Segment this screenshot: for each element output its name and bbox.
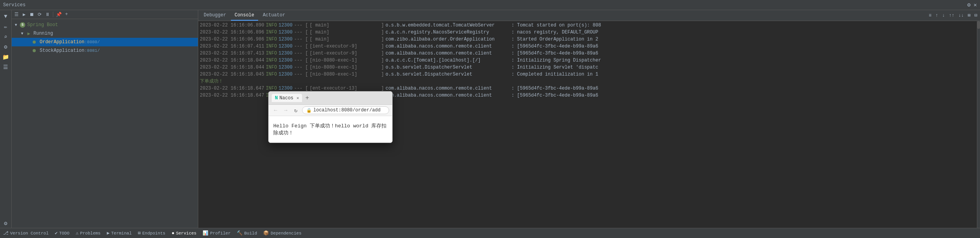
nav-forward-button[interactable]: → — [282, 107, 290, 113]
log-class: com.alibaba.nacos.common.remote.client — [386, 92, 510, 99]
new-tab-button[interactable]: + — [305, 95, 309, 102]
profiler-icon: 📊 — [203, 230, 208, 236]
services-label: Services — [176, 231, 197, 236]
lock-icon: 🔒 — [306, 108, 312, 113]
status-item-terminal[interactable]: ▶ Terminal — [107, 230, 132, 236]
log-timestamp: 2023-02-22 16:16:06.890 — [200, 22, 264, 29]
toolbar-icon-stop[interactable]: ⏹ — [29, 11, 35, 18]
rail-icon-6[interactable]: ☰ — [1, 62, 10, 72]
log-line: 2023-02-22 16:16:07.411 INFO 12300 --- [… — [200, 43, 975, 50]
log-msg: : nacos registry, DEFAULT_GROUP — [512, 29, 598, 36]
browser-popup: N Nacos ✕ + ← → ↻ 🔒 localhost:8080/order… — [268, 91, 393, 143]
status-item-services[interactable]: ● Services — [171, 231, 196, 236]
console-scrollbar[interactable] — [977, 21, 980, 228]
log-line: 2023-02-22 16:16:06.896 INFO 12300 --- [… — [200, 29, 975, 36]
browser-favicon: N — [275, 95, 278, 101]
log-msg: : Completed initialization in 1 — [512, 71, 598, 78]
tab-icon-bottom[interactable]: ↓↓ — [957, 12, 965, 19]
rail-icon-5[interactable]: 📁 — [1, 52, 10, 62]
toolbar-icon-pause[interactable]: ⏸ — [44, 11, 51, 18]
log-timestamp: 2023-02-22 16:16:06.986 — [200, 36, 264, 43]
log-class: c.a.c.n.registry.NacosServiceRegistry — [386, 29, 510, 36]
settings-icon[interactable]: ⚙ — [967, 2, 970, 8]
log-line: 2023-02-22 16:16:06.890 INFO 12300 --- [… — [200, 22, 975, 29]
status-item-endpoints[interactable]: ⊞ Endpoints — [138, 230, 166, 236]
log-sep: --- [ — [294, 22, 308, 29]
title-bar: Services ⚙ ✕ — [0, 0, 980, 10]
rail-icon-4[interactable]: ⚙ — [1, 42, 10, 51]
log-level: INFO — [266, 22, 277, 29]
log-thread: [nio-8080-exec-1] — [309, 64, 379, 71]
tree-item-running[interactable]: ▼ ▶ Running — [12, 29, 198, 38]
log-sep: --- [ — [294, 43, 308, 50]
browser-page-text: Hello Feign 下单成功！hello world 库存扣除成功！ — [273, 123, 386, 136]
tab-icon-top[interactable]: ↑↑ — [948, 12, 956, 19]
browser-tab-close[interactable]: ✕ — [297, 95, 299, 100]
tab-icon-down[interactable]: ↓ — [941, 12, 946, 19]
toolbar-icon-add[interactable]: + — [63, 11, 70, 18]
status-item-profiler[interactable]: 📊 Profiler — [203, 230, 231, 236]
endpoints-label: Endpoints — [142, 231, 165, 236]
running-icon: ▶ — [26, 30, 32, 37]
log-special-msg: 下单成功！ — [200, 78, 223, 85]
rail-icon-2[interactable]: ✏ — [1, 22, 10, 31]
rail-icon-bottom[interactable]: ⚙ — [1, 219, 10, 228]
tree-item-stock-app[interactable]: StockApplication :8081/ — [12, 46, 198, 55]
log-pid: 12300 — [278, 71, 292, 78]
order-app-port: :8080/ — [84, 40, 100, 44]
log-msg: : Tomcat started on port(s): 808 — [512, 22, 601, 29]
tab-icon-collapse[interactable]: ⊟ — [973, 12, 978, 19]
rail-icon-1[interactable]: ▼ — [1, 12, 10, 21]
browser-nav: ← → ↻ 🔒 localhost:8080/order/add — [269, 105, 392, 116]
console-tabs: Debugger Console Actuator ≡ ↑ ↓ ↑↑ ↓↓ ⊞ … — [198, 10, 980, 21]
nav-refresh-button[interactable]: ↻ — [292, 107, 300, 114]
tab-icon-list[interactable]: ≡ — [928, 12, 933, 19]
toolbar-icon-refresh[interactable]: ⟳ — [37, 11, 43, 18]
log-pid: 12300 — [278, 36, 292, 43]
status-item-build[interactable]: 🔨 Build — [237, 230, 257, 236]
version-control-label: Version Control — [10, 231, 49, 236]
tree-item-order-app[interactable]: OrderApplication :8080/ — [12, 38, 198, 46]
sidebar-toolbar: ☰ ▶ ⏹ ⟳ ⏸ 📌 + — [12, 10, 198, 19]
log-timestamp: 2023-02-22 16:16:18.647 — [200, 85, 264, 92]
log-pid: 12300 — [278, 64, 292, 71]
status-item-todo[interactable]: ✔ TODO — [55, 230, 70, 236]
tab-debugger[interactable]: Debugger — [200, 10, 230, 21]
tree-arrow-spring-boot: ▼ — [15, 23, 19, 27]
problems-label: Problems — [80, 231, 101, 236]
rail-icon-3[interactable]: ⌕ — [1, 32, 10, 41]
toolbar-icon-menu[interactable]: ☰ — [13, 11, 19, 18]
log-bracket: ] — [381, 64, 384, 71]
nav-back-button[interactable]: ← — [272, 107, 280, 113]
tab-actuator[interactable]: Actuator — [259, 10, 289, 21]
log-timestamp: 2023-02-22 16:16:18.045 — [200, 71, 264, 78]
browser-url-bar[interactable]: 🔒 localhost:8080/order/add — [302, 106, 389, 114]
running-label: Running — [33, 31, 53, 36]
log-class: o.s.b.servlet.DispatcherServlet — [386, 64, 510, 71]
todo-label: TODO — [59, 231, 69, 236]
status-item-dependencies[interactable]: 📦 Dependencies — [263, 230, 301, 236]
log-class: o.a.c.c.C.[Tomcat].[localhost].[/] — [386, 57, 510, 64]
tree-item-spring-boot[interactable]: ▼ S Spring Boot — [12, 21, 198, 29]
tab-console[interactable]: Console — [231, 10, 258, 21]
tab-icon-up[interactable]: ↑ — [934, 12, 939, 19]
status-item-version-control[interactable]: ⎇ Version Control — [3, 230, 49, 236]
log-level: INFO — [266, 36, 277, 43]
log-level: INFO — [266, 43, 277, 50]
toolbar-icon-run[interactable]: ▶ — [21, 11, 27, 18]
log-class: com.alibaba.nacos.common.remote.client — [386, 85, 510, 92]
log-class: o.s.b.w.embedded.tomcat.TomcatWebServer — [386, 22, 510, 29]
browser-tab-label: Nacos — [280, 95, 293, 101]
close-icon[interactable]: ✕ — [974, 2, 977, 8]
log-sep: --- [ — [294, 36, 308, 43]
tab-icon-expand[interactable]: ⊞ — [967, 12, 972, 19]
log-msg: : Initializing Spring Dispatcher — [512, 57, 601, 64]
version-control-icon: ⎇ — [3, 230, 9, 236]
log-bracket: ] — [381, 22, 384, 29]
status-item-problems[interactable]: ⚠ Problems — [76, 230, 101, 236]
log-sep: --- [ — [294, 50, 308, 57]
log-bracket: ] — [381, 29, 384, 36]
browser-tab[interactable]: N Nacos ✕ — [272, 94, 302, 102]
toolbar-icon-pin[interactable]: 📌 — [56, 11, 62, 18]
log-line: 2023-02-22 16:16:06.986 INFO 12300 --- [… — [200, 36, 975, 43]
